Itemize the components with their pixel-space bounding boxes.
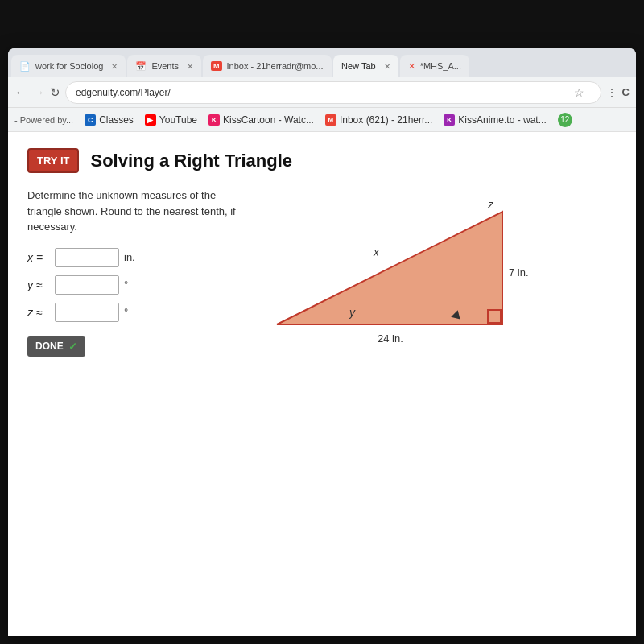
address-bar-row: ← → ↻ edgenuity.com/Player/ ☆ ⋮ C xyxy=(8,77,636,108)
tab-inbox[interactable]: M Inbox - 21herradr@mo... ✕ xyxy=(203,55,332,77)
label-z: z xyxy=(487,198,494,211)
tab-close-icon[interactable]: ✕ xyxy=(332,62,332,71)
tab-icon: ✕ xyxy=(408,61,415,72)
y-label: y ≈ xyxy=(27,279,50,291)
count-badge: 12 xyxy=(558,113,572,127)
try-it-header: TRY IT Solving a Right Triangle xyxy=(27,148,617,173)
tab-icon: M xyxy=(211,61,222,71)
label-x: x xyxy=(373,246,380,258)
triangle-svg: x y z 7 in. 24 in. xyxy=(253,188,543,349)
done-button[interactable]: DONE ✓ xyxy=(27,336,85,357)
tab-close-icon[interactable]: ✕ xyxy=(111,62,118,71)
tab-icon: 📅 xyxy=(135,61,147,72)
refresh-button[interactable]: ↻ xyxy=(50,85,60,100)
label-24in: 24 in. xyxy=(378,332,403,345)
bookmark-kisscartoon[interactable]: K KissCartoon - Watc... xyxy=(208,114,314,126)
input-row-y: y ≈ ° xyxy=(27,275,237,295)
label-7in: 7 in. xyxy=(509,266,529,279)
youtube-icon: ▶ xyxy=(145,114,156,126)
tab-sociolog[interactable]: 📄 work for Sociolog ✕ xyxy=(11,55,126,77)
bookmark-kissanime[interactable]: K KissAnime.to - wat... xyxy=(444,114,546,126)
x-label: x = xyxy=(27,251,50,264)
x-unit: in. xyxy=(124,251,135,263)
bookmark-powered[interactable]: - Powered by... xyxy=(14,115,73,125)
y-input[interactable] xyxy=(55,275,119,295)
tab-close-icon[interactable]: ✕ xyxy=(187,62,193,71)
extensions-button[interactable]: ⋮ xyxy=(606,86,617,99)
z-unit: ° xyxy=(124,306,128,318)
tab-icon: 📄 xyxy=(19,61,31,72)
gmail-icon: M xyxy=(325,114,336,126)
bookmarks-bar: - Powered by... C Classes ▶ YouTube K Ki… xyxy=(8,108,636,132)
input-row-x: x = in. xyxy=(27,248,237,267)
triangle-diagram: x y z 7 in. 24 in. xyxy=(253,188,617,365)
problem-description: Determine the unknown measures of the tr… xyxy=(27,188,237,235)
main-content: TRY IT Solving a Right Triangle Determin… xyxy=(8,132,636,636)
y-unit: ° xyxy=(124,279,128,291)
input-row-z: z ≈ ° xyxy=(27,303,237,322)
kisscartoon-icon: K xyxy=(208,114,220,126)
browser-window: 📄 work for Sociolog ✕ 📅 Events ✕ M Inbox… xyxy=(8,48,636,636)
tab-mhs[interactable]: ✕ *MHS_A... xyxy=(400,55,469,77)
z-label: z ≈ xyxy=(27,306,50,319)
tab-events[interactable]: 📅 Events ✕ xyxy=(127,55,201,77)
check-icon: ✓ xyxy=(68,341,77,353)
refresh-indicator: C xyxy=(622,86,630,98)
triangle-shape xyxy=(277,212,502,324)
classes-icon: C xyxy=(85,114,96,126)
label-y: y xyxy=(349,306,356,319)
bookmark-classes[interactable]: C Classes xyxy=(85,114,134,126)
forward-button[interactable]: → xyxy=(32,85,45,100)
back-button[interactable]: ← xyxy=(14,85,27,100)
bookmark-youtube[interactable]: ▶ YouTube xyxy=(145,114,197,126)
tab-newtab[interactable]: New Tab ✕ xyxy=(333,55,398,77)
problem-area: Determine the unknown measures of the tr… xyxy=(27,188,617,365)
kissanime-icon: K xyxy=(444,114,455,126)
tab-close-icon[interactable]: ✕ xyxy=(384,62,390,71)
z-input[interactable] xyxy=(55,303,119,322)
x-input[interactable] xyxy=(55,248,119,267)
problem-left: Determine the unknown measures of the tr… xyxy=(27,188,237,357)
tab-bar: 📄 work for Sociolog ✕ 📅 Events ✕ M Inbox… xyxy=(8,48,636,77)
address-input[interactable]: edgenuity.com/Player/ ☆ xyxy=(65,81,601,104)
bookmark-inbox[interactable]: M Inbox (621) - 21herr... xyxy=(325,114,432,126)
bookmark-star-icon[interactable]: ☆ xyxy=(574,86,591,99)
bookmark-count[interactable]: 12 xyxy=(558,113,572,127)
try-it-badge: TRY IT xyxy=(27,148,79,173)
page-title: Solving a Right Triangle xyxy=(90,151,292,171)
